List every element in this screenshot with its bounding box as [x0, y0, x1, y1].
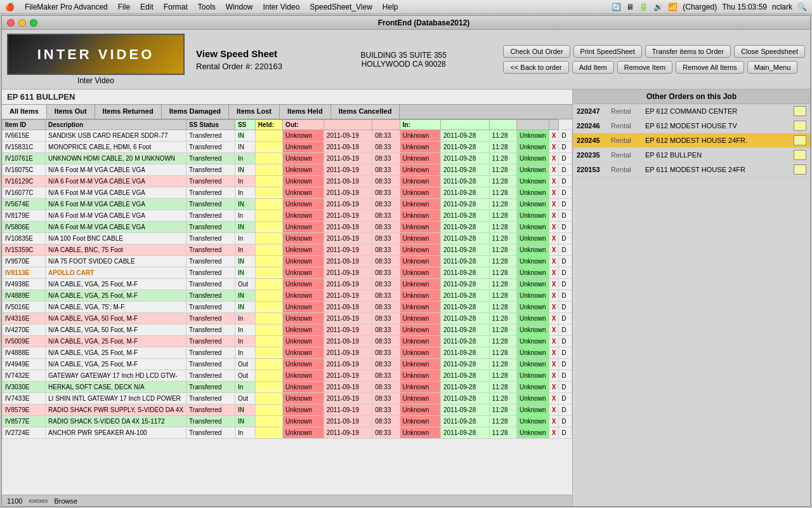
cell-x[interactable]: X: [549, 347, 559, 359]
cell-d[interactable]: D: [559, 142, 572, 153]
cell-x[interactable]: X: [549, 222, 559, 233]
cell-x[interactable]: X: [549, 153, 559, 164]
order-row[interactable]: 220245 Rental EP 612 MODEST HOUSE 24FR.: [573, 133, 810, 148]
order-checkbox[interactable]: [794, 135, 806, 145]
cell-x[interactable]: X: [549, 359, 559, 370]
cell-x[interactable]: X: [549, 210, 559, 222]
cell-x[interactable]: X: [549, 324, 559, 336]
cell-d[interactable]: D: [559, 382, 572, 393]
menu-window[interactable]: Window: [226, 3, 253, 11]
cell-d[interactable]: D: [559, 164, 572, 176]
tab-items-held[interactable]: Items Held: [280, 105, 331, 119]
cell-d[interactable]: D: [559, 176, 572, 187]
cell-d[interactable]: D: [559, 267, 572, 279]
cell-x[interactable]: X: [549, 393, 559, 404]
remove-item-button[interactable]: Remove Item: [617, 61, 672, 74]
close-button[interactable]: [7, 19, 15, 27]
cell-d[interactable]: D: [559, 222, 572, 233]
cell-d[interactable]: D: [559, 324, 572, 336]
cell-out-by: Unknown: [400, 153, 441, 164]
cell-status: Transferred: [187, 416, 235, 427]
cell-x[interactable]: X: [549, 336, 559, 347]
cell-d[interactable]: D: [559, 336, 572, 347]
cell-x[interactable]: X: [549, 416, 559, 427]
cell-in-by: Unknown: [516, 187, 549, 199]
back-to-order-button[interactable]: << Back to order: [503, 61, 568, 74]
menu-tools[interactable]: Tools: [198, 3, 216, 11]
tab-items-lost[interactable]: Items Lost: [229, 105, 280, 119]
menu-edit[interactable]: Edit: [140, 3, 154, 11]
tab-all-items[interactable]: All Items: [2, 105, 47, 119]
cell-x[interactable]: X: [549, 370, 559, 382]
cell-d[interactable]: D: [559, 302, 572, 313]
order-row[interactable]: 220247 Rental EP 612 COMMAND CENTER: [573, 104, 810, 119]
cell-x[interactable]: X: [549, 267, 559, 279]
order-row[interactable]: 220153 Rental EP 611 MODEST HOUSE 24FR: [573, 163, 810, 177]
order-checkbox[interactable]: [794, 106, 806, 116]
order-checkbox[interactable]: [794, 150, 806, 160]
tab-items-damaged[interactable]: Items Damaged: [162, 105, 229, 119]
menu-format[interactable]: Format: [164, 3, 188, 11]
cell-x[interactable]: X: [549, 302, 559, 313]
table-row: IV5016E N/A CABLE, VGA, 75', M-F Transfe…: [3, 302, 572, 313]
apple-menu[interactable]: 🍎: [5, 3, 15, 11]
tab-items-cancelled[interactable]: Items Cancelled: [331, 105, 400, 119]
cell-out-time: 08:33: [372, 187, 400, 199]
check-out-button[interactable]: Check Out Order: [503, 45, 570, 58]
cell-d[interactable]: D: [559, 290, 572, 302]
zoom-button[interactable]: [30, 19, 37, 27]
cell-x[interactable]: X: [549, 404, 559, 416]
cell-x[interactable]: X: [549, 187, 559, 199]
cell-d[interactable]: D: [559, 244, 572, 256]
transfer-items-button[interactable]: Transfer items to Order: [645, 45, 731, 58]
menu-speedsheet[interactable]: SpeedSheet_View: [310, 3, 372, 11]
cell-d[interactable]: D: [559, 313, 572, 324]
minimize-button[interactable]: [18, 19, 26, 27]
cell-d[interactable]: D: [559, 187, 572, 199]
cell-status: Transferred: [187, 370, 235, 382]
cell-d[interactable]: D: [559, 404, 572, 416]
cell-d[interactable]: D: [559, 279, 572, 290]
cell-x[interactable]: X: [549, 164, 559, 176]
order-checkbox[interactable]: [794, 121, 806, 131]
menu-file[interactable]: File: [118, 3, 130, 11]
cell-x[interactable]: X: [549, 313, 559, 324]
cell-d[interactable]: D: [559, 210, 572, 222]
cell-d[interactable]: D: [559, 427, 572, 439]
cell-d[interactable]: D: [559, 233, 572, 244]
cell-d[interactable]: D: [559, 153, 572, 164]
menu-intervideo[interactable]: Inter Video: [263, 3, 299, 11]
cell-d[interactable]: D: [559, 256, 572, 267]
cell-x[interactable]: X: [549, 199, 559, 210]
print-speedsheet-button[interactable]: Print SpeedSheet: [573, 45, 642, 58]
cell-x[interactable]: X: [549, 279, 559, 290]
cell-d[interactable]: D: [559, 359, 572, 370]
cell-x[interactable]: X: [549, 244, 559, 256]
menu-filemaker[interactable]: FileMaker Pro Advanced: [25, 3, 108, 11]
cell-d[interactable]: D: [559, 347, 572, 359]
cell-x[interactable]: X: [549, 142, 559, 153]
cell-d[interactable]: D: [559, 130, 572, 142]
main-menu-button[interactable]: Main_Menu: [747, 61, 797, 74]
cell-x[interactable]: X: [549, 176, 559, 187]
add-item-button[interactable]: Add Item: [572, 61, 614, 74]
tab-items-out[interactable]: Items Out: [47, 105, 95, 119]
order-row[interactable]: 220235 Rental EP 612 BULLPEN: [573, 148, 810, 163]
tab-items-returned[interactable]: Items Returned: [95, 105, 162, 119]
cell-d[interactable]: D: [559, 370, 572, 382]
cell-d[interactable]: D: [559, 199, 572, 210]
remove-all-button[interactable]: Remove All Items: [676, 61, 744, 74]
cell-x[interactable]: X: [549, 382, 559, 393]
order-row[interactable]: 220246 Rental EP 612 MODEST HOUSE TV: [573, 119, 810, 133]
cell-x[interactable]: X: [549, 290, 559, 302]
order-checkbox[interactable]: [794, 164, 806, 175]
close-speedsheet-button[interactable]: Close Speedsheet: [734, 45, 805, 58]
cell-x[interactable]: X: [549, 130, 559, 142]
cell-in-time: 11:28: [489, 233, 516, 244]
cell-x[interactable]: X: [549, 233, 559, 244]
cell-d[interactable]: D: [559, 416, 572, 427]
menu-help[interactable]: Help: [383, 3, 398, 11]
cell-x[interactable]: X: [549, 256, 559, 267]
cell-x[interactable]: X: [549, 427, 559, 439]
cell-d[interactable]: D: [559, 393, 572, 404]
